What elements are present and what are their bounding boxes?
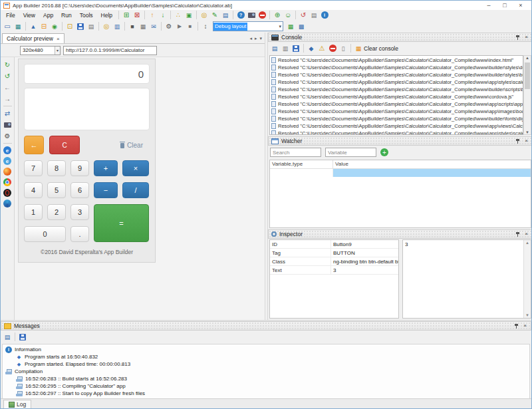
close-icon[interactable]: × (523, 323, 527, 329)
messages-group-information[interactable]: iInformation (5, 346, 529, 353)
messages-window-icon[interactable]: ✉ (148, 21, 159, 31)
close-icon[interactable]: × (525, 35, 528, 40)
inspector-scrollbar[interactable]: ▲ ▼ (523, 240, 531, 318)
filter-info-icon[interactable]: ◆ (306, 43, 317, 53)
calc-key-.[interactable]: . (70, 226, 89, 242)
minimize-button[interactable]: – (481, 1, 497, 10)
layout-combobox[interactable]: Debug layout ▾ (213, 21, 283, 31)
col-variable-type[interactable]: Variable,type (270, 160, 333, 168)
save-messages-icon[interactable] (17, 332, 28, 342)
scroll-up-icon[interactable]: ▲ (525, 241, 529, 245)
preview-url-field[interactable]: http://127.0.0.1:9999/#/Calculator (63, 46, 157, 55)
copy-messages-icon[interactable]: ▤ (2, 332, 13, 342)
save-icon[interactable] (75, 21, 86, 31)
report-icon[interactable]: ▤ (309, 10, 319, 20)
calc-key-6[interactable]: 6 (70, 182, 89, 198)
show-image-icon[interactable]: ▦ (13, 21, 23, 31)
import-objects-icon[interactable]: ▣ (184, 10, 194, 20)
inspector-row[interactable]: Text3 (270, 266, 398, 275)
copy-log-icon[interactable]: ▤ (269, 43, 280, 53)
menu-view[interactable]: View (19, 11, 39, 19)
console-line[interactable]: Resolved "C:\Users\dec\Documents\AppBuil… (271, 115, 523, 122)
clear-console-label[interactable]: Clear console (364, 45, 398, 52)
console-line[interactable]: Resolved "C:\Users\dec\Documents\AppBuil… (271, 130, 523, 135)
firefox-browser-icon[interactable] (3, 168, 11, 176)
delete-layout-icon[interactable]: ▩ (296, 21, 307, 31)
clear-console-icon[interactable]: ▦ (353, 43, 364, 53)
messages-item[interactable]: 16:52:06:295 :: Compiling "Calculator" a… (5, 382, 529, 390)
console-list[interactable]: Resolved "C:\Users\dec\Documents\AppBuil… (269, 55, 523, 135)
about-icon[interactable]: i (319, 10, 330, 20)
calc-key-5[interactable]: 5 (47, 182, 66, 198)
close-icon[interactable]: × (525, 138, 528, 144)
calc-c-button[interactable]: C (49, 136, 80, 154)
calc-key-4[interactable]: 4 (24, 182, 43, 198)
help-icon[interactable]: ? (235, 10, 246, 20)
stop-icon[interactable]: ■ (185, 21, 196, 31)
scroll-down-icon[interactable]: ▼ (525, 130, 529, 134)
calc-key-3[interactable]: 3 (70, 204, 89, 220)
console-scrollbar[interactable]: ▲ ▼ (523, 55, 531, 135)
filter-device-icon[interactable]: ▯ (338, 43, 348, 53)
chevron-down-icon[interactable]: ▾ (55, 47, 60, 55)
preview-window-icon[interactable]: ▦ (138, 21, 148, 31)
publish-web-icon[interactable]: ⊕ (272, 10, 283, 20)
nav-forward-icon[interactable]: → (3, 94, 12, 103)
messages-item[interactable]: ◆Program started. Elapsed time: 00:00:00… (5, 360, 529, 368)
calc-backspace-button[interactable]: ← (24, 136, 44, 154)
calc-key-8[interactable]: 8 (47, 160, 66, 176)
ie-browser-icon[interactable]: e (3, 157, 11, 165)
debug-gear-icon[interactable]: ⚙ (164, 21, 174, 31)
calc-clear-link[interactable]: Clear (120, 142, 143, 149)
filter-warning-icon[interactable]: ⚠ (317, 43, 327, 53)
scroll-down-icon[interactable]: ▼ (525, 313, 529, 317)
calc-key-7[interactable]: 7 (24, 160, 43, 176)
watcher-selected-cell[interactable] (333, 169, 531, 177)
viewport-size-select[interactable]: 320x480 ▾ (20, 46, 61, 55)
zoom-doc-icon[interactable]: ▥ (112, 21, 122, 31)
find-in-files-icon[interactable]: ◎ (199, 10, 209, 20)
col-value[interactable]: Value (333, 160, 350, 168)
other-browser-icon[interactable] (3, 200, 11, 207)
console-line[interactable]: Resolved "C:\Users\dec\Documents\AppBuil… (271, 64, 523, 71)
calc-key-9[interactable]: 9 (70, 160, 89, 176)
calc-key-0[interactable]: 0 (24, 226, 66, 242)
copy-icon[interactable]: ▤ (86, 21, 96, 31)
pin-icon[interactable] (515, 231, 521, 237)
chevron-down-icon[interactable]: ▾ (277, 24, 283, 29)
inspector-detail[interactable]: 3 ▲ ▼ (402, 239, 531, 319)
watcher-search-input[interactable] (270, 148, 321, 157)
watcher-variable-input[interactable] (325, 148, 376, 157)
menu-run[interactable]: Run (57, 11, 76, 19)
console-window-icon[interactable]: ■ (127, 21, 138, 31)
scroll-up-icon[interactable]: ▲ (525, 56, 529, 60)
history-icon[interactable]: ↺ (298, 10, 309, 20)
abort-icon[interactable] (257, 10, 267, 20)
menu-help[interactable]: Help (97, 11, 116, 19)
calc-key-×[interactable]: × (122, 160, 149, 176)
pin-icon[interactable] (515, 35, 521, 41)
calc-tape-area[interactable] (24, 88, 150, 130)
show-form-icon[interactable]: ▭ (2, 21, 13, 31)
object-tree-icon[interactable]: ∴ (173, 10, 184, 20)
refresh-icon[interactable]: ↻ (3, 61, 12, 69)
nav-back-icon[interactable]: ← (3, 83, 12, 92)
watcher-row[interactable] (270, 169, 531, 177)
filter-error-icon[interactable] (327, 43, 338, 53)
open-icon[interactable]: ⊡ (65, 21, 75, 31)
compile-icon[interactable]: ▲ (28, 21, 39, 31)
calc-key-−[interactable]: − (94, 182, 118, 198)
save-log-icon[interactable] (291, 43, 301, 53)
close-form-icon[interactable]: ⊠ (132, 10, 142, 20)
console-line[interactable]: Resolved "C:\Users\dec\Documents\AppBuil… (271, 122, 523, 130)
new-form-icon[interactable]: ⊞ (121, 10, 132, 20)
opera-browser-icon[interactable] (3, 189, 11, 197)
tab-close-icon[interactable]: × (57, 36, 60, 42)
search-bar-icon[interactable]: ◎ (101, 21, 112, 31)
messages-item[interactable]: 16:52:06:283 :: Build starts at 16:52:06… (5, 375, 529, 382)
run-web-icon[interactable]: ◉ (49, 21, 60, 31)
edit-files-icon[interactable]: ✎ (209, 10, 220, 20)
close-button[interactable]: × (513, 1, 529, 10)
calc-key-/[interactable]: / (122, 182, 149, 198)
calc-key-+[interactable]: + (94, 160, 118, 176)
